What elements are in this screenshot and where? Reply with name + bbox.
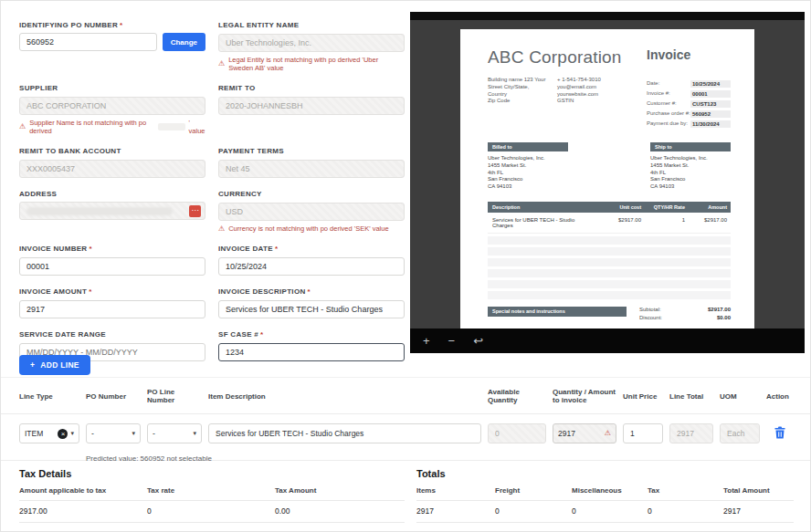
payment-terms-input xyxy=(218,160,405,178)
col-po-line-number: PO Line Number xyxy=(147,388,202,404)
field-label: ADDRESS xyxy=(19,190,57,198)
col-uom: UOM xyxy=(720,392,760,401)
line-item-row: ITEM × ▾ - ▾ - ▾ 2917 ⚠ xyxy=(19,423,794,443)
invoice-meta: Date:10/25/2024 Invoice #:00001 Customer… xyxy=(647,80,731,130)
field-label: PAYMENT TERMS xyxy=(218,147,284,155)
totals-freight: 0 xyxy=(495,506,572,516)
field-label: CURRENCY xyxy=(218,190,262,198)
col-line-total: Line Total xyxy=(669,392,713,401)
zoom-in-icon[interactable]: + xyxy=(423,335,430,347)
field-label: SF CASE # xyxy=(218,330,258,339)
supplier-input xyxy=(19,97,205,115)
field-label: LEGAL ENTITY NAME xyxy=(218,21,299,29)
sf-case-input[interactable] xyxy=(218,343,405,361)
warning-icon: ⚠ xyxy=(218,225,225,233)
field-invoice-amount: INVOICE AMOUNT* xyxy=(19,287,205,318)
delete-line-button[interactable] xyxy=(774,426,785,442)
col-line-type: Line Type xyxy=(19,392,79,401)
invoice-item-row: Services for UBER TECH - Studio Charges … xyxy=(488,213,731,234)
vendor-company-name: ABC Corporation xyxy=(488,47,622,68)
redacted-address-value xyxy=(26,207,173,215)
change-button[interactable]: Change xyxy=(163,33,205,51)
tax-header-row: Amount applicable to tax Tax rate Tax Am… xyxy=(19,486,405,501)
invoice-number-input[interactable] xyxy=(19,257,205,276)
pdf-viewport: ABC Corporation Invoice Building name 12… xyxy=(410,20,805,329)
required-asterisk: * xyxy=(89,287,91,296)
plus-icon: + xyxy=(30,360,35,370)
currency-warning: ⚠Currency is not matching with po derive… xyxy=(218,224,405,233)
vendor-contact: + 1-541-754-3010 you@email.com yourwebsi… xyxy=(557,77,601,130)
field-invoice-description: INVOICE DESCRIPTION* xyxy=(218,287,405,318)
tax-value-row: 2917.00 0 0.00 xyxy=(19,501,405,523)
invoice-meta-number: 00001 xyxy=(690,90,731,98)
po-number-input[interactable] xyxy=(19,33,157,51)
address-input: ⋯ xyxy=(19,202,205,220)
zoom-out-icon[interactable]: − xyxy=(448,335,456,347)
invoice-meta-po: 560952 xyxy=(690,110,731,118)
totals-header-row: Items Freight Miscellaneous Tax Total Am… xyxy=(416,486,794,501)
clear-icon[interactable]: × xyxy=(58,429,68,439)
invoice-description-input[interactable] xyxy=(218,300,405,318)
field-address: ADDRESS ⋯ xyxy=(19,190,205,233)
invoice-doc-title: Invoice xyxy=(647,47,731,62)
ship-to-address: Uber Technologies, Inc. 1455 Market St. … xyxy=(650,155,731,191)
subtotal-value: $2917.00 xyxy=(708,307,731,312)
currency-input xyxy=(218,203,405,221)
legal-entity-warning: ⚠Legal Entity is not matching with po de… xyxy=(218,56,405,72)
totals-items: 2917 xyxy=(416,506,495,516)
col-action: Action xyxy=(766,392,794,401)
field-payment-terms: PAYMENT TERMS xyxy=(218,147,405,178)
warning-icon: ⚠ xyxy=(19,123,26,130)
chevron-down-icon: ▾ xyxy=(193,430,196,437)
po-number-select[interactable]: - ▾ xyxy=(86,423,141,443)
totals-value-row: 2917 0 0 0 2917 xyxy=(416,501,794,523)
invoice-summary: Subtotal:$2917.00 Discount:$0.00 xyxy=(639,307,731,323)
chevron-down-icon: ▾ xyxy=(132,430,135,437)
field-label: INVOICE NUMBER xyxy=(19,245,87,253)
col-po-number: PO Number xyxy=(86,392,141,401)
totals-tax: 0 xyxy=(648,506,723,516)
invoice-preview-panel: ABC Corporation Invoice Building name 12… xyxy=(410,12,805,353)
billed-to-address: Uber Technologies, Inc. 1455 Market St. … xyxy=(488,155,568,191)
field-remit-to: REMIT TO xyxy=(218,84,405,135)
invoice-document: ABC Corporation Invoice Building name 12… xyxy=(460,29,754,329)
preview-top-bar xyxy=(410,12,805,20)
address-action-icon[interactable]: ⋯ xyxy=(189,205,201,217)
item-description-input[interactable] xyxy=(208,423,481,443)
totals-section: Totals Items Freight Miscellaneous Tax T… xyxy=(416,468,794,523)
redacted-value xyxy=(158,123,184,130)
field-sf-case: SF CASE #* xyxy=(218,330,405,361)
unit-price-input[interactable] xyxy=(623,423,663,443)
required-asterisk: * xyxy=(89,245,91,253)
col-quantity-to-invoice: Quantity / Amount to invoice xyxy=(553,388,616,404)
field-supplier: SUPPLIER ⚠Supplier Name is not matching … xyxy=(19,84,205,135)
predicted-value-note: Predicted value: 560952 not selectable xyxy=(86,454,212,463)
add-line-button[interactable]: + ADD LINE xyxy=(19,355,90,375)
invoice-amount-input[interactable] xyxy=(19,300,205,318)
field-invoice-date: INVOICE DATE* xyxy=(218,245,405,276)
col-unit-price: Unit Price xyxy=(623,392,663,401)
field-label: SERVICE DATE RANGE xyxy=(19,330,106,339)
tax-applicable-amount: 2917.00 xyxy=(19,506,147,516)
line-type-select[interactable]: ITEM × ▾ xyxy=(19,423,79,443)
invoice-meta-customer: CUST123 xyxy=(690,100,731,108)
field-currency: CURRENCY ⚠Currency is not matching with … xyxy=(218,190,405,233)
tax-details-section: Tax Details Amount applicable to tax Tax… xyxy=(19,468,405,523)
required-asterisk: * xyxy=(260,330,263,339)
invoice-date-input[interactable] xyxy=(218,257,405,276)
rotate-icon[interactable]: ↩ xyxy=(473,335,483,347)
invoice-form: IDENTIFYING PO NUMBER* Change LEGAL ENTI… xyxy=(19,21,405,361)
available-quantity-input xyxy=(488,423,546,443)
supplier-warning: ⚠Supplier Name is not matching with po d… xyxy=(19,119,205,135)
discount-value: $0.00 xyxy=(717,315,731,320)
quantity-to-invoice-input[interactable]: 2917 ⚠ xyxy=(553,423,616,443)
totals-title: Totals xyxy=(416,468,794,479)
po-line-number-select[interactable]: - ▾ xyxy=(147,423,202,443)
trash-icon xyxy=(774,426,785,439)
required-asterisk: * xyxy=(308,287,311,296)
tax-rate: 0 xyxy=(147,506,275,516)
line-total-input xyxy=(669,423,713,443)
warning-icon: ⚠ xyxy=(605,430,611,437)
invoice-meta-due: 11/30/2024 xyxy=(690,120,731,128)
bank-account-input xyxy=(19,160,205,178)
